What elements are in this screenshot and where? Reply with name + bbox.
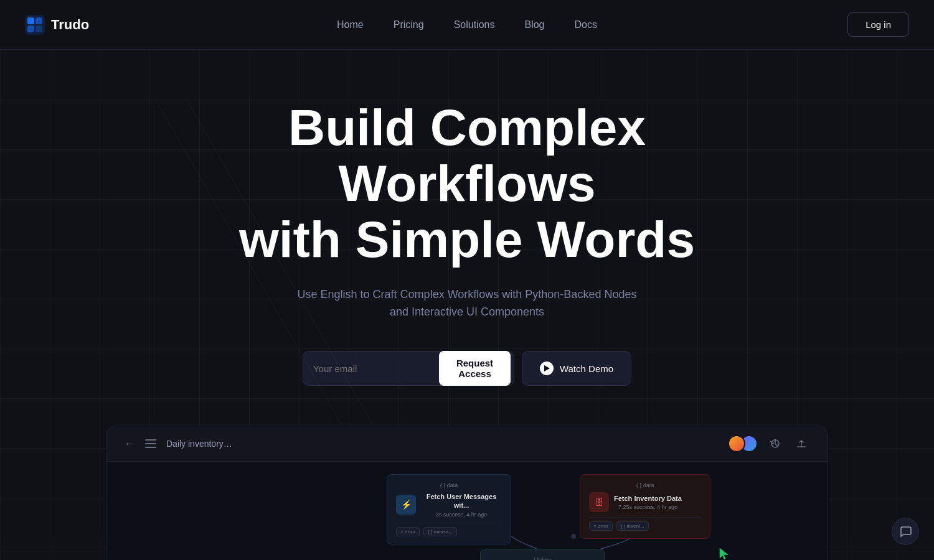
cursor-icon (719, 547, 731, 560)
dashboard-title: Daily inventory… (166, 439, 232, 449)
dash-right (728, 435, 810, 452)
avatar-group (728, 435, 758, 452)
logo-icon (25, 15, 45, 35)
node-label: { } data (489, 557, 595, 560)
cta-area: Request Access Watch Demo (303, 351, 631, 386)
nav-pricing[interactable]: Pricing (394, 19, 424, 30)
email-input[interactable] (313, 363, 432, 374)
svg-rect-0 (25, 15, 45, 35)
dashboard-header: ← Daily inventory… (106, 426, 828, 462)
cursor-area (719, 547, 731, 560)
email-input-wrapper[interactable]: Request Access (303, 351, 514, 386)
hero-title: Build Complex Workflows with Simple Word… (187, 100, 747, 268)
svg-rect-4 (35, 26, 42, 32)
menu-line (145, 447, 156, 448)
history-button[interactable] (767, 435, 784, 452)
output-tag: ○ error (396, 527, 420, 536)
node-name: Fetch User Messages wit... (421, 492, 502, 510)
nav-home[interactable]: Home (337, 19, 364, 30)
avatar-1 (728, 435, 745, 452)
node-inner: 🗄 Fetch Inventory Data 7.25s success, 4 … (589, 492, 701, 512)
node-fetch-inventory[interactable]: { } data 🗄 Fetch Inventory Data 7.25s su… (580, 474, 710, 539)
upload-button[interactable] (793, 435, 810, 452)
workflow-canvas: { } data ⚡ Fetch User Messages wit... 3s… (106, 462, 828, 560)
node-outputs: ○ error { } messa... (396, 523, 502, 536)
menu-button[interactable] (145, 439, 156, 448)
node-label: { } data (589, 482, 701, 488)
back-button[interactable]: ← (124, 437, 135, 450)
nav-solutions[interactable]: Solutions (454, 19, 495, 30)
nav-right: Log in (847, 12, 909, 37)
watch-demo-button[interactable]: Watch Demo (522, 351, 631, 386)
node-time: 7.25s success, 4 hr ago (614, 504, 682, 510)
nav-docs[interactable]: Docs (575, 19, 597, 30)
dash-left: ← Daily inventory… (124, 437, 232, 450)
output-tag: { } invent... (616, 521, 649, 531)
node-inner: ⚡ Fetch User Messages wit... 3s success,… (396, 492, 502, 518)
nav-blog[interactable]: Blog (524, 19, 544, 30)
node-content: Fetch Inventory Data 7.25s success, 4 hr… (614, 494, 682, 510)
node-icon: 🗄 (589, 492, 609, 512)
node-outputs: ○ error { } invent... (589, 517, 701, 531)
node-fetch-user-messages[interactable]: { } data ⚡ Fetch User Messages wit... 3s… (387, 474, 511, 544)
play-triangle (544, 365, 550, 371)
menu-line (145, 439, 156, 441)
node-name: Fetch Inventory Data (614, 494, 682, 503)
brand-name: Trudo (51, 17, 89, 33)
svg-rect-1 (27, 17, 34, 24)
login-button[interactable]: Log in (847, 12, 909, 37)
node-label: { } data (396, 482, 502, 488)
node-time: 3s success, 4 hr ago (421, 511, 502, 518)
node-icon: ⚡ (396, 495, 416, 515)
svg-rect-3 (27, 26, 34, 32)
output-tag: ○ error (589, 521, 613, 531)
svg-rect-2 (35, 17, 42, 24)
output-tag: { } messa... (423, 527, 457, 536)
history-icon (770, 438, 781, 449)
hero-subtitle: Use English to Craft Complex Workflows w… (293, 286, 641, 322)
node-content: Fetch User Messages wit... 3s success, 4… (421, 492, 502, 518)
dashboard-preview: ← Daily inventory… (106, 426, 828, 560)
request-access-button[interactable]: Request Access (439, 351, 511, 386)
svg-point-8 (571, 534, 576, 539)
node-match-requests[interactable]: { } data ⊞ Match Requests with... 4.31s … (480, 549, 605, 560)
play-icon (540, 362, 554, 375)
nav-links: Home Pricing Solutions Blog Docs (337, 19, 597, 30)
hero-section: Build Complex Workflows with Simple Word… (0, 50, 934, 560)
upload-icon (796, 438, 807, 449)
navbar: Trudo Home Pricing Solutions Blog Docs L… (0, 0, 934, 50)
logo[interactable]: Trudo (25, 15, 89, 35)
menu-line (145, 443, 156, 444)
